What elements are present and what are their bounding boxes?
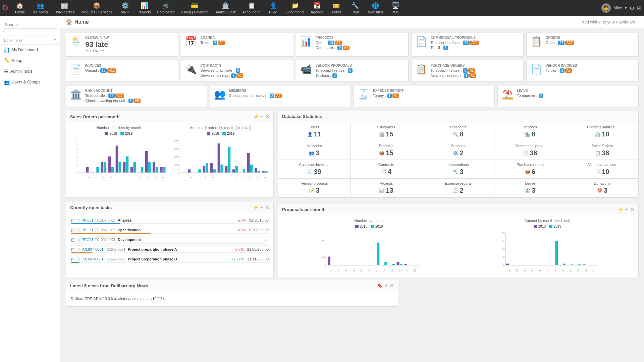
db-stat-cell-contacts/addres...[interactable]: Contacts/Addres...📇10 — [566, 122, 638, 141]
proposals-add-icon[interactable]: + — [626, 207, 628, 212]
nav-projects[interactable]: 📊 Projects — [135, 1, 154, 15]
proposals-close-icon[interactable]: ✕ — [630, 207, 634, 212]
task-id[interactable]: TK1007-0001 — [95, 219, 115, 222]
extra-icon[interactable]: ⊞ — [637, 5, 641, 11]
nav-pos[interactable]: 🖥️ POS — [386, 1, 405, 15]
sidebar-item-setup[interactable]: ✏️ Setup — [0, 55, 60, 66]
task-row[interactable]: 📋📄PROJ1 TK1007-0003Development--:--/-- — [69, 236, 270, 246]
nav-hrm[interactable]: 👤 HRM — [264, 1, 282, 15]
widget-card-commercial-proposals[interactable]: 📄COMMERCIAL PROPOSALSTo accept | refuse … — [411, 32, 524, 57]
main-layout: ▾ Bookmarks ▾ 📊 My Dashboard ✏️ Setup ☰ … — [0, 16, 644, 362]
settings-icon[interactable]: ⚙ — [630, 5, 634, 11]
db-stat-cell-vendor-proposal[interactable]: Vendor proposal📝3 — [278, 179, 350, 197]
news-close-icon[interactable]: ✕ — [390, 283, 394, 288]
db-stat-cell-customer-invoices[interactable]: Customer invoices🧾39 — [278, 160, 350, 178]
search-dropdown-icon[interactable]: ▾ — [3, 29, 4, 33]
nav-billing[interactable]: 💳 Billing | Payment — [178, 1, 211, 15]
db-stat-cell-products[interactable]: Products📦15 — [351, 141, 422, 160]
widget-card-agenda[interactable]: 📅AGENDATo do : 4A4 — [181, 32, 293, 57]
nav-mrp[interactable]: ⚙️ MRP — [116, 1, 134, 15]
tasks-filter-icon[interactable]: ⚡ — [253, 205, 259, 210]
nav-banks[interactable]: 🏦 Banks | Cash — [212, 1, 239, 15]
user-name[interactable]: Alice — [613, 6, 622, 10]
widget-card-invoices[interactable]: 📄INVOICESUnpaid : 13A12 — [66, 60, 178, 82]
db-stat-cell-leave[interactable]: Leave🏖️3 — [494, 179, 566, 197]
task-id[interactable]: TK1607-0004 — [105, 248, 125, 251]
nav-websites[interactable]: 🌐 Websites — [365, 1, 386, 15]
nav-products[interactable]: 📦 Products | Services — [78, 1, 115, 15]
sidebar-item-users[interactable]: 👥 Users & Groups — [0, 77, 60, 87]
widget-card-orders[interactable]: 📋ORDERSOpen : 24A23 — [526, 32, 639, 57]
proposals-filter-icon[interactable]: ⚡ — [618, 207, 624, 212]
add-icon[interactable]: + — [261, 114, 263, 119]
db-stat-cell-vendors[interactable]: Vendors🏪8 — [494, 122, 566, 141]
task-project[interactable]: PROJ1 — [82, 238, 93, 242]
filter-icon[interactable]: ⚡ — [253, 114, 259, 119]
widget-card-leave[interactable]: ⛱️LEAVETo approve : 0 — [497, 85, 639, 107]
nav-agenda[interactable]: 📅 Agenda — [308, 1, 326, 15]
bookmarks-section[interactable]: Bookmarks ▾ — [0, 36, 60, 45]
db-stat-cell-customers[interactable]: Customers🏢15 — [351, 122, 422, 141]
svg-text:6: 6 — [76, 139, 77, 142]
db-stat-cell-users[interactable]: Users👤11 — [278, 122, 350, 141]
news-bookmark-icon[interactable]: 🔖 — [377, 283, 383, 288]
nav-documents[interactable]: 📁 Documents — [283, 1, 307, 15]
svg-text:J: J — [118, 176, 119, 179]
widget-card-global-view[interactable]: 🌦️GLOBAL VIEW93 late75.61% late — [66, 32, 178, 57]
db-stat-cell-interventions[interactable]: Interventions🔧3 — [422, 160, 494, 178]
task-id[interactable]: TK1007-0002 — [95, 228, 115, 232]
task-row[interactable]: 📋📄PJ1607-0001 TK1607-0005Project prepara… — [69, 255, 270, 265]
task-row[interactable]: 📋📄PROJ1 TK1007-0001Analyze-25%02:30/10:0… — [69, 217, 270, 226]
db-stat-cell-prospects[interactable]: Prospects🔍8 — [422, 122, 494, 141]
task-project[interactable]: PROJ1 — [82, 228, 93, 232]
sidebar-item-admin[interactable]: ☰ Admin Tools — [0, 66, 60, 77]
db-stat-cell-sales-orders[interactable]: Sales Orders📋38 — [566, 141, 638, 160]
nav-tools[interactable]: 🔧 Tools — [346, 1, 365, 15]
db-stat-cell-services[interactable]: Services⚙️2 — [422, 141, 494, 160]
sidebar-item-dashboard[interactable]: 📊 My Dashboard — [0, 45, 60, 55]
search-input[interactable] — [3, 21, 57, 29]
widget-card-purchase-orders[interactable]: 📋PURCHASE ORDERSTo accept | refuse : 0A1… — [411, 60, 524, 82]
widget-card-members[interactable]: 👥MEMBERSSubscription to receive : 2A2 — [210, 85, 351, 107]
widget-card-expense-report[interactable]: 🧾EXPENSE REPORTTo pay : 1A1 — [354, 85, 495, 107]
breadcrumb-home-icon[interactable]: 🏠 — [66, 19, 72, 25]
nav-accounting[interactable]: 📋 Accounting — [240, 1, 263, 15]
logo[interactable]: D — [3, 4, 8, 12]
task-row[interactable]: 📋📄PJ1607-0001 TK1607-0004Project prepara… — [69, 246, 270, 255]
db-stat-cell-members[interactable]: Members👥3 — [278, 141, 350, 160]
nav-thirdparties[interactable]: 🏢 Third-parties — [51, 1, 77, 15]
task-project[interactable]: PJ1607-0001 — [82, 247, 103, 251]
task-id[interactable]: TK1007-0003 — [95, 238, 115, 242]
db-stat-cell-purchase-orders[interactable]: Purchase orders📦6 — [494, 160, 566, 178]
db-stat-cell-donations[interactable]: Donations💝3 — [566, 179, 638, 197]
db-stat-cell-vendors-invoices[interactable]: Vendors invoices📄10 — [566, 160, 638, 178]
tasks-add-icon[interactable]: + — [261, 205, 263, 210]
task-project[interactable]: PJ1607-0001 — [82, 257, 103, 261]
widget-card-vendor-invoices[interactable]: 📄VENDOR INVOICESTo pay : 2A6 — [526, 60, 639, 82]
close-icon[interactable]: ✕ — [265, 114, 269, 119]
db-stat-cell-expense-reports[interactable]: Expense reports🧾2 — [422, 179, 494, 197]
task-project[interactable]: PROJ1 — [82, 218, 93, 222]
add-widget-button[interactable]: Add widget to your dashboard... — [582, 20, 639, 24]
task-row[interactable]: 📋📄PROJ1 TK1007-0002Specification-15%02:0… — [69, 226, 270, 236]
tasks-close-icon[interactable]: ✕ — [265, 205, 269, 210]
widget-card-bank-account[interactable]: 🏛️BANK ACCOUNTTo reconcile : 23A12Checks… — [66, 85, 207, 107]
svg-rect-59 — [206, 163, 208, 173]
user-dropdown-icon[interactable]: ▾ — [625, 6, 627, 10]
task-id[interactable]: TK1607-0005 — [105, 257, 125, 261]
widget-card-vendor-proposals[interactable]: 📹VENDOR PROPOSALSTo accept | refuse : 0T… — [296, 60, 408, 82]
nav-ticket[interactable]: 🎫 Ticket — [327, 1, 345, 15]
news-item[interactable]: Dolibarr ERP CRM 10.0.6 (maintenance rel… — [69, 295, 394, 303]
widget-card-contracts[interactable]: 🔌CONTRACTSServices to activate : 0Servic… — [181, 60, 293, 82]
db-stat-cell-contracts[interactable]: Contracts📑4 — [351, 160, 422, 178]
nav-commerce[interactable]: 🛒 Commerce — [154, 1, 178, 15]
nav-members[interactable]: 👥 Members — [30, 1, 51, 15]
db-stat-cell-projects[interactable]: Projects📊13 — [351, 179, 422, 197]
task-doc-icon: 📄 — [76, 228, 80, 232]
db-stat-cell-commercial-prop...[interactable]: Commercial prop...📄38 — [494, 141, 566, 160]
svg-text:J: J — [547, 269, 548, 272]
nav-home[interactable]: 🏠 Home — [11, 1, 29, 15]
progress-bar — [71, 262, 79, 263]
news-add-icon[interactable]: + — [385, 283, 387, 288]
widget-card-projects[interactable]: 📊PROJECTSOpen : 10A2Open tasks : 9A1 — [296, 32, 408, 57]
